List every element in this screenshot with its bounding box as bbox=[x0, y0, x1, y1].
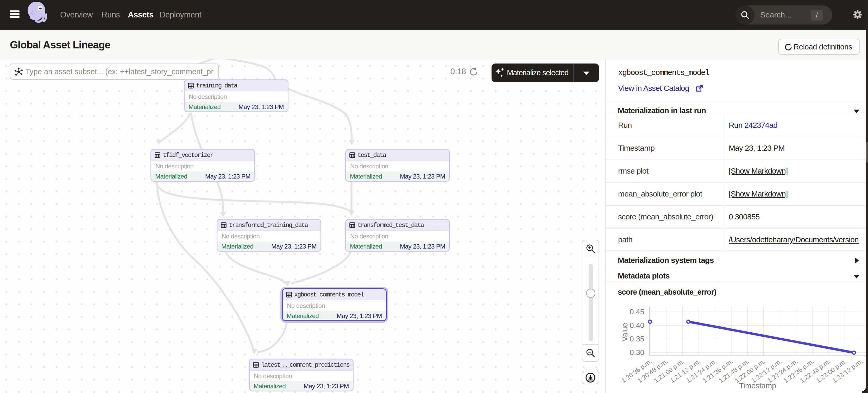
svg-text:0.30: 0.30 bbox=[630, 348, 644, 357]
svg-text:Value: Value bbox=[621, 323, 629, 341]
svg-text:Timestamp: Timestamp bbox=[739, 382, 776, 390]
svg-text:0.40: 0.40 bbox=[630, 321, 644, 329]
svg-text:0.45: 0.45 bbox=[630, 308, 644, 316]
svg-text:0.35: 0.35 bbox=[630, 335, 644, 343]
